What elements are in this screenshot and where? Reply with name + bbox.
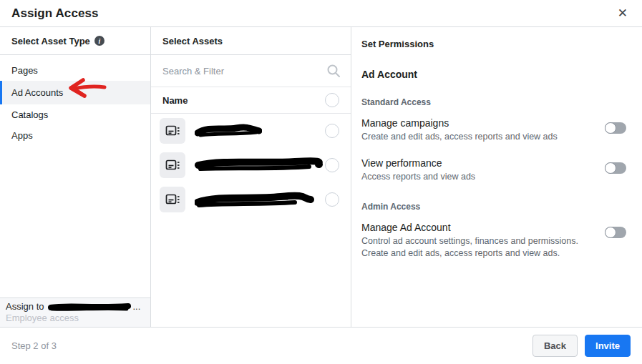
page-title: Assign Access [11,6,99,21]
asset-radio[interactable] [325,158,339,172]
asset-row[interactable] [151,114,351,148]
asset-row[interactable] [151,148,351,182]
select-all-radio[interactable] [325,93,339,107]
select-assets-header-label: Select Assets [162,36,223,46]
sidebar-item-pages[interactable]: Pages [0,60,150,81]
asset-radio[interactable] [325,192,339,207]
assign-access-dialog: Assign Access ✕ Select Asset Type i Page… [0,0,642,364]
redacted-assignee-name [48,302,131,312]
set-permissions-header: Set Permissions [361,39,632,49]
assign-to-label: Assign to [6,301,44,312]
asset-radio[interactable] [325,124,339,138]
dialog-header: Assign Access ✕ [0,0,642,27]
redacted-asset-name [195,190,315,210]
sidebar-item-apps[interactable]: Apps [0,125,150,146]
select-assets-panel: Select Assets Name [151,27,351,327]
asset-type-list: Pages Ad Accounts Catalogs Apps [0,55,150,146]
ad-account-icon [164,122,181,139]
sidebar-item-ad-accounts[interactable]: Ad Accounts [0,81,150,104]
close-icon[interactable]: ✕ [615,6,631,21]
search-input[interactable] [162,66,326,77]
asset-row[interactable] [151,182,351,217]
back-button[interactable]: Back [532,335,578,357]
permission-name: Manage campaigns [361,117,589,129]
asset-type-header: Select Asset Type i [0,27,150,55]
redacted-asset-name [195,155,324,175]
asset-type-header-label: Select Asset Type [11,36,90,46]
permission-name: View performance [361,157,589,169]
dialog-footer: Step 2 of 3 Back Invite [0,327,642,364]
view-performance-toggle[interactable] [605,162,626,174]
manage-ad-account-toggle[interactable] [605,227,626,238]
assign-to-access-level: Employee access [6,313,145,323]
manage-campaigns-toggle[interactable] [605,122,626,134]
dialog-body: Select Asset Type i Pages Ad Accounts Ca… [0,27,642,327]
permission-description: Access reports and view ads [361,171,589,183]
set-permissions-panel: Set Permissions Ad Account Standard Acce… [351,27,642,327]
search-bar [151,55,351,87]
permission-row-view-performance: View performance Access reports and view… [361,157,632,183]
permissions-asset-type: Ad Account [361,69,632,80]
sidebar-item-catalogs[interactable]: Catalogs [0,104,150,125]
standard-access-section-title: Standard Access [361,97,632,107]
asset-type-panel: Select Asset Type i Pages Ad Accounts Ca… [0,27,151,327]
admin-access-section-title: Admin Access [361,202,632,212]
name-column-header: Name [162,95,188,106]
info-icon: i [94,36,104,46]
permission-row-manage-ad-account: Manage Ad Account Control ad account set… [361,222,632,260]
permission-description: Create and edit ads, access reports and … [361,131,589,143]
search-icon [326,64,341,78]
permission-name: Manage Ad Account [361,222,589,233]
assign-to-ellipsis: ... [132,301,140,312]
redacted-asset-name [195,122,262,140]
permission-row-manage-campaigns: Manage campaigns Create and edit ads, ac… [361,117,632,143]
step-indicator: Step 2 of 3 [11,340,57,351]
ad-account-icon [164,191,181,208]
invite-button[interactable]: Invite [585,335,631,357]
name-column-header-row: Name [151,87,351,114]
select-assets-header: Select Assets [151,27,351,55]
assign-to-summary: Assign to ... Employee access [0,297,150,327]
permission-description: Control ad account settings, finances an… [361,235,589,260]
ad-account-icon [164,157,181,174]
